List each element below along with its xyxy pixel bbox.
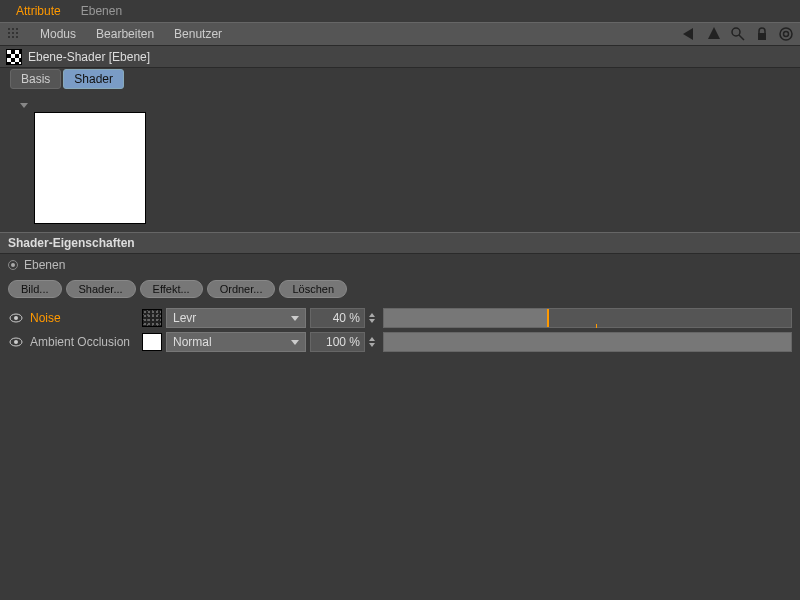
button-row: Bild... Shader... Effekt... Ordner... Lö… xyxy=(0,276,800,302)
menu-benutzer[interactable]: Benutzer xyxy=(164,27,232,41)
opacity-spinner[interactable] xyxy=(369,308,379,328)
menu-modus[interactable]: Modus xyxy=(30,27,86,41)
subtab-shader[interactable]: Shader xyxy=(63,69,124,89)
bild-button[interactable]: Bild... xyxy=(8,280,62,298)
menu-bar: Modus Bearbeiten Benutzer xyxy=(0,22,800,46)
svg-rect-7 xyxy=(12,36,14,38)
svg-rect-6 xyxy=(8,36,10,38)
tab-attribute[interactable]: Attribute xyxy=(6,1,71,21)
svg-rect-5 xyxy=(16,32,18,34)
svg-point-19 xyxy=(14,340,18,344)
layer-name[interactable]: Ambient Occlusion xyxy=(28,335,138,349)
layer-swatch[interactable] xyxy=(142,333,162,351)
sub-tabs: Basis Shader xyxy=(0,68,800,90)
svg-rect-3 xyxy=(8,32,10,34)
svg-point-15 xyxy=(784,32,789,37)
ebenen-label: Ebenen xyxy=(24,258,65,272)
ebenen-row: Ebenen xyxy=(0,254,800,276)
nav-back-icon[interactable] xyxy=(682,26,698,42)
grid-icon[interactable] xyxy=(6,26,22,42)
subtab-basis[interactable]: Basis xyxy=(10,69,61,89)
radio-ebenen[interactable] xyxy=(8,260,18,270)
svg-rect-13 xyxy=(758,33,766,40)
object-title: Ebene-Shader [Ebene] xyxy=(28,50,150,64)
tab-ebenen[interactable]: Ebenen xyxy=(71,1,132,21)
opacity-spinner[interactable] xyxy=(369,332,379,352)
svg-marker-9 xyxy=(683,28,693,40)
layer-swatch[interactable] xyxy=(142,309,162,327)
visibility-icon[interactable] xyxy=(8,311,24,325)
opacity-slider[interactable] xyxy=(383,332,792,352)
svg-rect-0 xyxy=(8,28,10,30)
svg-rect-8 xyxy=(16,36,18,38)
lock-icon[interactable] xyxy=(754,26,770,42)
loeschen-button[interactable]: Löschen xyxy=(279,280,347,298)
svg-point-11 xyxy=(732,28,740,36)
svg-marker-10 xyxy=(708,27,720,39)
shader-icon xyxy=(6,49,22,65)
effekt-button[interactable]: Effekt... xyxy=(140,280,203,298)
svg-point-17 xyxy=(14,316,18,320)
menu-bearbeiten[interactable]: Bearbeiten xyxy=(86,27,164,41)
target-icon[interactable] xyxy=(778,26,794,42)
chevron-down-icon xyxy=(291,316,299,321)
svg-line-12 xyxy=(739,35,744,40)
preview-area xyxy=(0,90,800,232)
ordner-button[interactable]: Ordner... xyxy=(207,280,276,298)
search-icon[interactable] xyxy=(730,26,746,42)
svg-rect-4 xyxy=(12,32,14,34)
layer-name[interactable]: Noise xyxy=(28,311,138,325)
preview-swatch[interactable] xyxy=(34,112,146,224)
blend-mode-dropdown[interactable]: Normal xyxy=(166,332,306,352)
opacity-value[interactable]: 40 % xyxy=(310,308,365,328)
layers-list: NoiseLevr40 %Ambient OcclusionNormal100 … xyxy=(0,302,800,358)
object-header: Ebene-Shader [Ebene] xyxy=(0,46,800,68)
svg-rect-1 xyxy=(12,28,14,30)
shader-button[interactable]: Shader... xyxy=(66,280,136,298)
svg-rect-2 xyxy=(16,28,18,30)
expand-arrow-icon[interactable] xyxy=(20,103,28,108)
visibility-icon[interactable] xyxy=(8,335,24,349)
layer-row: Ambient OcclusionNormal100 % xyxy=(8,330,792,354)
svg-point-14 xyxy=(780,28,792,40)
top-tabs: Attribute Ebenen xyxy=(0,0,800,22)
opacity-value[interactable]: 100 % xyxy=(310,332,365,352)
layer-row: NoiseLevr40 % xyxy=(8,306,792,330)
nav-up-icon[interactable] xyxy=(706,26,722,42)
opacity-slider[interactable] xyxy=(383,308,792,328)
blend-mode-dropdown[interactable]: Levr xyxy=(166,308,306,328)
section-header: Shader-Eigenschaften xyxy=(0,232,800,254)
chevron-down-icon xyxy=(291,340,299,345)
